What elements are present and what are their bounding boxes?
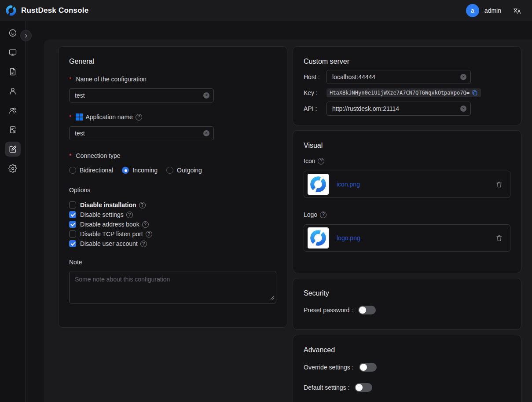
help-icon[interactable]: ? [146, 231, 152, 238]
config-name-input-wrap: ✕ [69, 88, 214, 102]
user-icon [8, 87, 17, 95]
help-icon[interactable]: ? [126, 212, 133, 218]
icon-file-link[interactable]: icon.png [337, 181, 360, 188]
checkbox[interactable] [69, 230, 76, 238]
file-icon [8, 67, 17, 76]
help-icon[interactable]: ? [320, 212, 327, 218]
security-panel: Security Preset password : [293, 278, 521, 330]
api-input[interactable] [327, 105, 470, 112]
option-disable-settings[interactable]: Disable settings? [69, 211, 276, 218]
clear-icon[interactable]: ✕ [203, 92, 209, 99]
custom-server-panel: Custom server Host : ✕ Key : HtaXBkJNHyn… [293, 46, 521, 125]
clear-icon[interactable]: ✕ [460, 74, 466, 80]
radio-circle[interactable] [166, 167, 173, 174]
resize-handle-icon[interactable] [270, 294, 275, 302]
top-bar-right: a admin [466, 4, 521, 17]
sidebar-item-address-books[interactable] [5, 122, 21, 137]
custom-server-title: Custom server [304, 57, 510, 66]
sidebar-item-dashboard[interactable] [5, 26, 21, 40]
required-asterisk [69, 113, 73, 121]
clear-icon[interactable]: ✕ [203, 130, 209, 136]
app-name-input[interactable] [70, 130, 213, 137]
preset-password-label: Preset password : [304, 307, 353, 314]
logo-file-link[interactable]: logo.png [337, 234, 360, 241]
preset-password-row: Preset password : [304, 306, 510, 314]
radio-incoming[interactable]: Incoming [122, 167, 158, 174]
note-label: Note [69, 258, 276, 267]
main-content: General Name of the configuration ✕ Appl… [44, 40, 532, 402]
logo-file-row: logo.png [304, 224, 510, 252]
key-row: Key : HtaXBkJNHyn0e1U1jWXze7A7CN7QTGWqxk… [304, 88, 510, 97]
icon-thumbnail [308, 174, 329, 195]
config-name-input[interactable] [70, 92, 213, 99]
checkbox[interactable] [69, 211, 76, 218]
help-icon[interactable]: ? [142, 221, 149, 228]
host-row: Host : ✕ [304, 70, 510, 84]
help-icon[interactable]: ? [140, 241, 147, 247]
host-input[interactable] [327, 73, 470, 80]
translate-icon[interactable] [513, 6, 521, 15]
logo-label: Logo ? [304, 210, 510, 219]
checkbox[interactable] [69, 201, 76, 208]
top-bar: RustDesk Console a admin [0, 0, 532, 21]
sidebar-item-users[interactable] [5, 84, 21, 99]
app-name-label: Application name ? [69, 113, 276, 121]
checkbox[interactable] [69, 240, 76, 247]
required-asterisk [69, 75, 73, 84]
sidebar-item-settings[interactable] [5, 161, 21, 176]
checkbox[interactable] [69, 221, 76, 228]
security-title: Security [304, 289, 510, 297]
avatar[interactable]: a [466, 4, 479, 17]
sidebar-item-groups[interactable] [5, 103, 21, 118]
note-textarea[interactable] [69, 271, 276, 303]
override-settings-toggle[interactable] [359, 363, 377, 372]
default-settings-toggle[interactable] [355, 383, 372, 392]
sidebar-collapse-button[interactable] [20, 30, 32, 41]
clear-icon[interactable]: ✕ [460, 106, 466, 112]
gear-icon [8, 164, 17, 173]
trash-icon[interactable] [495, 234, 503, 242]
config-name-label: Name of the configuration [69, 75, 276, 84]
radio-bidirectional[interactable]: Bidirectional [69, 167, 113, 174]
key-value: HtaXBkJNHyn0e1U1jWXze7A7CN7QTGWqxkOtpaVp… [327, 88, 481, 97]
user-group-icon [8, 106, 17, 115]
host-label: Host : [304, 73, 327, 80]
sidebar [0, 21, 26, 402]
radio-outgoing[interactable]: Outgoing [166, 167, 202, 174]
trash-icon[interactable] [495, 181, 503, 188]
note-textarea-wrap [69, 271, 276, 305]
general-panel: General Name of the configuration ✕ Appl… [58, 46, 287, 328]
visual-panel: Visual Icon ? icon.png [293, 130, 521, 273]
option-disable-address-book[interactable]: Disable address book? [69, 221, 276, 228]
rustdesk-console-app: RustDesk Console a admin [0, 0, 532, 402]
api-input-wrap: ✕ [327, 102, 471, 116]
advanced-title: Advanced [304, 346, 510, 354]
monitor-icon [8, 48, 17, 57]
radio-circle[interactable] [122, 167, 129, 174]
api-row: API : ✕ [304, 102, 510, 116]
option-disable-tcp-listen-port[interactable]: Disable TCP listen port? [69, 230, 276, 238]
option-disable-user-account[interactable]: Disable user account? [69, 240, 276, 247]
windows-icon [76, 113, 83, 121]
brand: RustDesk Console [5, 5, 88, 16]
sidebar-item-devices[interactable] [5, 45, 21, 60]
api-label: API : [304, 105, 327, 112]
default-settings-label: Default settings : [304, 384, 349, 391]
option-disable-installation[interactable]: Disable installation? [69, 201, 276, 208]
sidebar-item-audit-logs[interactable] [5, 64, 21, 79]
help-icon[interactable]: ? [318, 158, 324, 164]
default-settings-row: Default settings : [304, 383, 510, 392]
preset-password-toggle[interactable] [358, 306, 376, 314]
icon-label: Icon ? [304, 157, 510, 165]
help-icon[interactable]: ? [139, 202, 146, 208]
chevron-right-icon [23, 33, 29, 39]
override-settings-row: Override settings : [304, 363, 510, 372]
copy-icon[interactable] [472, 90, 478, 96]
sidebar-item-custom-clients[interactable] [5, 142, 21, 157]
radio-circle[interactable] [69, 167, 76, 174]
help-icon[interactable]: ? [136, 114, 142, 121]
smiley-icon [8, 29, 17, 37]
username[interactable]: admin [484, 7, 501, 14]
general-title: General [69, 57, 276, 66]
key-label: Key : [304, 89, 327, 96]
